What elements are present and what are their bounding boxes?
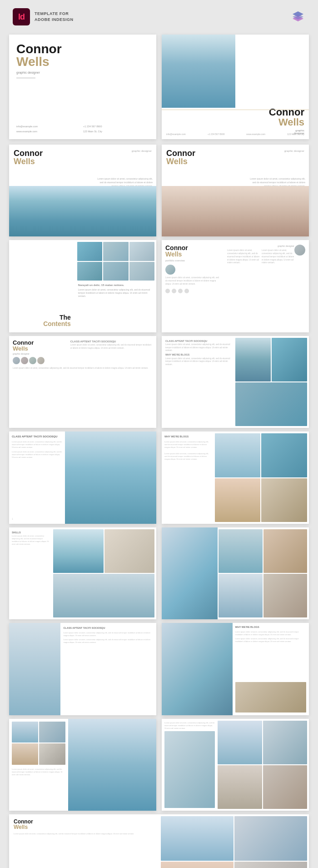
indesign-logo: Id [13,8,30,25]
photo-thumb-1 [77,242,102,261]
buildings-image [9,186,156,236]
spread-5-heading: CLASS APTENT TACITI SOCIOSQU [12,435,62,438]
contents-title-contents: Contents [14,321,71,327]
team-spread: Connor Wells graphic designer CLASS APTE… [9,336,156,428]
team-heading: CLASS APTENT TACITI SOCIOSQU [70,340,153,344]
spread-5-photo-2 [261,433,307,477]
template-label: TEMPLATE FOR ADOBE INDESIGN [35,11,74,22]
profile-avatar [165,265,175,275]
team-avatar-2 [21,357,28,364]
cover1-contact: info@example.com +1 234 567 8900 www.exa… [16,125,149,134]
team-avatar-4 [37,357,45,364]
spread-7-right-text: WHY WE'RE BLOGS Lorem ipsum dolor sit am… [233,623,309,715]
cover-2: Connor Wells graphic designer info@examp… [162,35,309,139]
row-3: The Contents Narayali un delic. 15 malan… [0,238,318,334]
contents-photo-grid [75,240,156,281]
spread-6-photo-1 [53,529,103,573]
spread-8-left-body: Lorem ipsum dolor sit amet, consectetur … [12,768,65,776]
photos-spread: CLASS APTENT TACITI SOCIOSQU Lorem ipsum… [162,336,309,428]
spread-8-small-photos [12,722,65,765]
layers-icon [291,10,305,24]
profile-col-1: Lorem ipsum dolor sit amet, consectetur … [227,249,260,265]
spread-5-body-1: Lorem ipsum dolor sit amet, consectetur … [12,441,62,449]
spread-8-right-photo-2 [263,721,307,764]
land-cover-2: Connor Wells graphic designer Lorem ipsu… [162,145,309,237]
cover1-subtitle: graphic designer [16,71,149,74]
row-5: CLASS APTENT TACITI SOCIOSQU Lorem ipsum… [0,430,318,526]
team-title-black: Connor [13,340,68,346]
spread-7-body-1: Lorem ipsum dolor sit amet, consectetur … [63,632,154,637]
photo-text-1: CLASS APTENT TACITI SOCIOSQU Lorem ipsum… [165,340,232,352]
social-icon-3 [178,289,183,293]
spread-8-right-photo-4 [263,765,307,809]
spread-7-right-body-2: Lorem ipsum dolor sit amet, consectetur … [235,637,306,643]
back-cover-photo-4 [234,862,307,868]
spread-8-right-text: Lorem ipsum dolor sit amet, consectetur … [162,719,218,811]
spread-5-photo-3 [215,478,261,522]
profile-subtitle: portfolio overview [165,259,220,262]
land-cover1-title-black: Connor [14,149,43,157]
team-right: CLASS APTENT TACITI SOCIOSQU Lorem ipsum… [70,340,153,350]
spread-8-mini-photo-3 [12,743,38,765]
spread-5-left: CLASS APTENT TACITI SOCIOSQU Lorem ipsum… [9,431,156,524]
back-cover-photo-2 [234,816,307,861]
team-avatars [13,357,68,364]
back-cover-photo-1 [161,816,234,861]
spread-5-body-2: Lorem ipsum dolor sit amet, consectetur … [12,451,62,459]
profile-title-black: Connor [165,245,220,251]
back-cover-title: Connor Wells [14,819,154,830]
spread-7-left-image [9,623,60,715]
spread-7-right-photo [235,682,306,712]
land-cover1-image [9,186,156,236]
social-icon-2 [172,289,176,293]
spread-8-mini-photo-2 [39,722,65,743]
spread-6-left: SKILLS Lorem ipsum dolor sit amet, conse… [9,527,156,620]
spread-5-right-heading: WHY WE'RE BLOGS [164,435,212,438]
spread-8-right-photos [218,719,309,811]
spread-8-left-layout: Lorem ipsum dolor sit amet, consectetur … [9,719,156,811]
back-cover-spread: Connor Wells Lorem ipsum dolor sit amet,… [9,814,309,868]
spread-5-left-layout: CLASS APTENT TACITI SOCIOSQU Lorem ipsum… [9,431,156,524]
spread-6-body: Lorem ipsum dolor sit amet, consectetur … [12,535,50,546]
spread-7-right-heading: WHY WE'RE BLOGS [235,626,306,628]
profile-right-avatar [294,245,305,256]
photos-right [235,336,309,428]
arch-photo-1 [235,338,271,381]
spread-8-mini-photo-4 [39,743,65,765]
photo-thumb-4 [77,262,102,281]
team-body: Lorem ipsum dolor sit amet, consectetur … [70,344,153,350]
spread-7-right: WHY WE'RE BLOGS Lorem ipsum dolor sit am… [162,623,309,715]
spread-6-left-text: SKILLS Lorem ipsum dolor sit amet, conse… [9,527,53,620]
photos-left: CLASS APTENT TACITI SOCIOSQU Lorem ipsum… [162,336,235,428]
profile-right-subtitle: graphic designer [227,245,305,247]
spread-5-right-text: WHY WE'RE BLOGS Lorem ipsum dolor sit am… [162,431,215,524]
spread-8-right-layout: Lorem ipsum dolor sit amet, consectetur … [162,719,309,811]
back-cover-title-black: Connor [14,819,154,824]
photo-thumb-5 [103,262,128,281]
profile-right-columns: Lorem ipsum dolor sit amet, consectetur … [227,249,294,265]
spread-6-heading: SKILLS [12,531,50,534]
team-bottom-text: Lorem ipsum dolor sit amet, consectetur … [9,366,156,371]
spread-7-right-image [162,623,233,715]
spread-6-right-photos [218,527,309,620]
spread-5-photo-1 [215,433,261,477]
spread-5-image [65,431,156,524]
cover1-dots: —————— [16,76,149,79]
cover2-arch-image [162,35,235,108]
social-icon-1 [165,289,170,293]
spread-6-photo-3 [53,574,154,617]
land-cover2-title-black: Connor [166,149,195,157]
photo-text-2: WHY WE'RE BLOGS Lorem ipsum dolor sit am… [165,353,232,366]
team-subtitle: graphic designer [13,352,68,355]
spread-8-right: Lorem ipsum dolor sit amet, consectetur … [162,719,309,811]
header-left: Id TEMPLATE FOR ADOBE INDESIGN [13,8,74,25]
spread-8-left-text: Lorem ipsum dolor sit amet, consectetur … [9,719,68,811]
spread-8-left: Lorem ipsum dolor sit amet, consectetur … [9,719,156,811]
arch-photo-2 [272,338,307,381]
spread-6-right-layout [162,527,309,620]
photo-heading-2: WHY WE'RE BLOGS [165,353,232,357]
land-cover2-titles: Connor Wells [166,149,195,166]
profile-spread: Connor Wells portfolio overview Lorem ip… [162,240,309,332]
spread-6-right [162,527,309,620]
profile-social-icons [165,289,220,293]
